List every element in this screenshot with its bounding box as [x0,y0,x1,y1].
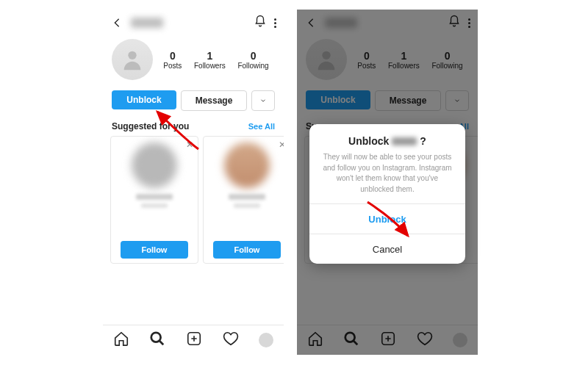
nav-search-icon[interactable] [149,331,165,350]
suggested-name-blurred [229,194,265,200]
dismiss-icon[interactable]: ✕ [186,140,193,150]
nav-home-icon[interactable] [113,331,129,350]
phone-dialog-view: 0Posts 1Followers 0Following Unblock Mes… [297,10,478,355]
stat-followers[interactable]: 1Followers [194,50,226,70]
dismiss-icon[interactable]: ✕ [279,140,284,150]
dialog-username-blurred [392,137,417,145]
dialog-cancel-button[interactable]: Cancel [309,234,465,264]
stat-following[interactable]: 0Following [237,50,268,70]
svg-point-0 [128,51,136,59]
avatar[interactable] [112,39,153,80]
message-button[interactable]: Message [181,90,247,111]
see-all-link[interactable]: See All [248,122,275,131]
suggestions-toggle-button[interactable] [251,90,275,111]
profile-row: 0Posts 1Followers 0Following [103,36,284,86]
dialog-body: They will now be able to see your posts … [309,148,465,203]
suggested-avatar [224,142,270,188]
nav-profile-icon[interactable] [259,333,273,347]
follow-button[interactable]: Follow [213,241,281,259]
username-blurred [131,18,163,28]
phone-profile-view: 0Posts 1Followers 0Following Unblock Mes… [103,10,284,355]
nav-create-icon[interactable] [186,331,202,350]
header [103,10,284,36]
unblock-dialog: Unblock ? They will now be able to see y… [309,124,465,264]
back-icon[interactable] [110,16,123,29]
follow-button[interactable]: Follow [121,241,188,259]
suggested-cards: ✕ Follow ✕ Follow [103,136,284,264]
stat-posts[interactable]: 0Posts [163,50,182,70]
suggested-title: Suggested for you [112,121,189,131]
svg-point-1 [151,333,161,342]
suggested-header: Suggested for you See All [103,115,284,136]
unblock-button[interactable]: Unblock [112,90,176,109]
suggested-name-blurred [136,194,173,200]
dialog-title: Unblock ? [348,135,426,147]
nav-activity-icon[interactable] [223,331,239,350]
dialog-unblock-button[interactable]: Unblock [309,203,465,234]
notifications-icon[interactable] [254,15,267,31]
suggested-sub-blurred [141,203,168,208]
suggested-card[interactable]: ✕ Follow [203,136,284,264]
bottom-nav [103,325,284,355]
suggested-card[interactable]: ✕ Follow [110,136,198,264]
suggested-sub-blurred [234,203,260,208]
suggested-avatar [132,142,177,188]
more-options-icon[interactable] [274,18,276,28]
